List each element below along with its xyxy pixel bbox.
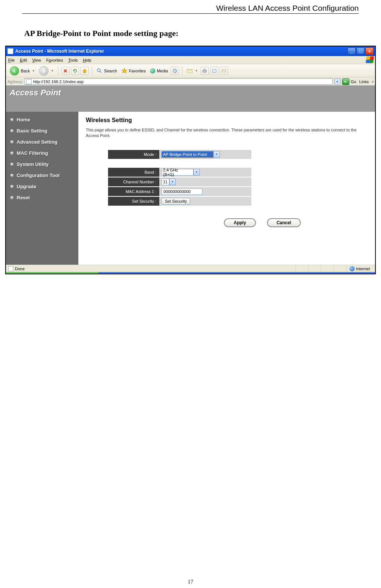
dropdown-icon: ▼ xyxy=(51,69,53,72)
svg-rect-10 xyxy=(222,69,226,72)
star-icon xyxy=(121,68,127,74)
menu-file[interactable]: FFileile xyxy=(8,58,15,62)
sidebar-item-reset[interactable]: Reset xyxy=(10,195,74,200)
home-button[interactable] xyxy=(81,67,89,75)
dropdown-arrow-icon: ▼ xyxy=(193,169,200,176)
page-number: 17 xyxy=(0,579,381,585)
print-button[interactable] xyxy=(201,67,209,75)
close-button[interactable]: × xyxy=(365,48,374,55)
history-button[interactable] xyxy=(171,67,179,75)
apply-button[interactable]: Apply xyxy=(224,218,255,227)
mode-label: Mode : xyxy=(108,150,159,159)
band-select[interactable]: 2.4 GHz (B+G) ▼ xyxy=(162,169,193,176)
security-zone[interactable]: Internet xyxy=(346,265,373,272)
band-label: Band : xyxy=(108,168,159,177)
go-button[interactable] xyxy=(342,78,349,85)
sidebar-item-configuration-tool[interactable]: Configuration Tool xyxy=(10,173,74,178)
address-dropdown[interactable]: ▾ xyxy=(334,78,341,85)
forward-icon xyxy=(39,66,49,76)
mac-address-input[interactable]: 000000000000 xyxy=(162,188,202,195)
stop-button[interactable] xyxy=(61,67,69,75)
mail-icon xyxy=(187,68,193,74)
go-label: Go xyxy=(351,79,356,84)
menu-favorites[interactable]: Favorites xyxy=(46,58,63,62)
maximize-button[interactable]: □ xyxy=(356,48,365,55)
document-header: Wireless LAN Access Point Configuration xyxy=(22,4,359,14)
bullet-icon xyxy=(10,163,14,166)
sidebar-item-basic-setting[interactable]: Basic Setting xyxy=(10,128,74,134)
sidebar-item-mac-filtering[interactable]: MAC Filtering xyxy=(10,150,74,156)
app-icon xyxy=(7,48,13,54)
dropdown-arrow-icon: ▼ xyxy=(169,179,176,185)
window-titlebar[interactable]: Access Point - Microsoft Internet Explor… xyxy=(6,46,375,56)
ap-header-title: Access Point xyxy=(10,88,61,97)
set-security-button[interactable]: Set Security xyxy=(162,198,190,205)
sidebar-item-upgrade[interactable]: Upgrade xyxy=(10,184,74,189)
refresh-button[interactable] xyxy=(71,67,79,75)
mac-address-label: MAC Address 1 : xyxy=(108,187,159,196)
favorites-button[interactable]: Favorites xyxy=(120,67,147,75)
dropdown-arrow-icon: ▼ xyxy=(214,151,220,158)
bullet-icon xyxy=(10,174,14,177)
status-cell xyxy=(333,265,346,272)
status-cell xyxy=(321,265,333,272)
channel-select[interactable]: 11 ▼ xyxy=(162,179,169,185)
bullet-icon xyxy=(10,196,14,199)
channel-label: Channel Number : xyxy=(108,177,159,186)
settings-form: Mode : AP Bridge-Point to Point ▼ Band : xyxy=(108,150,368,206)
links-chevron-icon[interactable]: » xyxy=(372,80,374,84)
menu-edit[interactable]: Edit xyxy=(20,58,27,62)
document-header-text: Wireless LAN Access Point Configuration xyxy=(216,4,359,12)
edit-icon xyxy=(212,68,217,74)
minimize-button[interactable]: _ xyxy=(348,48,356,55)
page-icon xyxy=(8,266,13,271)
print-icon xyxy=(202,68,207,74)
windows-flag-icon xyxy=(366,56,374,63)
status-text: Done xyxy=(15,267,25,271)
bullet-icon xyxy=(10,140,14,144)
menu-tools[interactable]: Tools xyxy=(68,58,78,62)
discuss-icon xyxy=(221,68,227,74)
bullet-icon xyxy=(10,118,14,121)
sidebar: Home Basic Setting Advanced Setting MAC … xyxy=(6,112,78,265)
svg-rect-8 xyxy=(203,72,206,73)
internet-zone-icon xyxy=(349,266,355,271)
menu-view[interactable]: View xyxy=(32,58,41,62)
cancel-button[interactable]: Cancel xyxy=(267,218,301,227)
back-icon xyxy=(10,66,19,76)
menu-bar: FFileile Edit View Favorites Tools Help xyxy=(6,56,375,64)
edit-button[interactable] xyxy=(210,67,218,75)
toolbar: Back ▼ ▼ Search Favorites Media xyxy=(6,64,375,78)
address-label: Address xyxy=(7,79,22,84)
separator xyxy=(58,66,58,76)
separator xyxy=(92,66,92,76)
bullet-icon xyxy=(10,129,14,133)
content-panel: Wireless Setting This page allows you to… xyxy=(78,112,375,265)
address-input[interactable]: http://192.168.2.1/index.asp xyxy=(25,78,332,85)
mail-button[interactable]: ▼ xyxy=(185,68,199,74)
menu-help[interactable]: Help xyxy=(83,58,91,62)
bullet-icon xyxy=(10,151,14,155)
links-label[interactable]: Links xyxy=(359,79,369,84)
panel-description: This page allows you to define ESSID, an… xyxy=(86,127,368,139)
sidebar-item-home[interactable]: Home xyxy=(10,117,74,122)
back-button[interactable]: Back ▼ xyxy=(8,65,36,76)
window-title: Access Point - Microsoft Internet Explor… xyxy=(15,49,348,54)
separator xyxy=(182,66,182,76)
svg-point-2 xyxy=(97,69,100,72)
discuss-button[interactable] xyxy=(220,67,228,75)
mode-select[interactable]: AP Bridge-Point to Point ▼ xyxy=(162,151,214,158)
search-button[interactable]: Search xyxy=(95,67,118,75)
ap-header: Access Point xyxy=(6,86,375,112)
status-bar: Done Internet xyxy=(6,265,375,272)
media-icon xyxy=(150,68,155,74)
page-icon xyxy=(26,79,32,84)
sidebar-item-system-utility[interactable]: System Utility xyxy=(10,161,74,167)
status-cell xyxy=(296,265,308,272)
media-button[interactable]: Media xyxy=(149,68,169,74)
forward-button[interactable]: ▼ xyxy=(38,65,55,76)
set-security-label: Set Security : xyxy=(108,197,159,206)
browser-window: Access Point - Microsoft Internet Explor… xyxy=(5,46,376,274)
sidebar-item-advanced-setting[interactable]: Advanced Setting xyxy=(10,139,74,145)
panel-title: Wireless Setting xyxy=(86,117,368,124)
